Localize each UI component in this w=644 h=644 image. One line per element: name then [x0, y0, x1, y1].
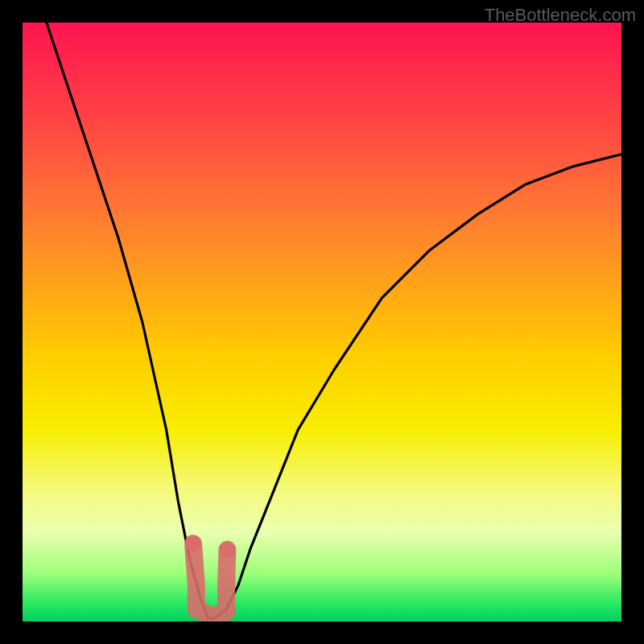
- svg-point-1: [219, 542, 235, 558]
- watermark-text: TheBottleneck.com: [485, 5, 636, 26]
- optimal-zone-highlight: [23, 23, 621, 621]
- chart-plot-area: [23, 23, 621, 621]
- svg-point-0: [185, 535, 201, 551]
